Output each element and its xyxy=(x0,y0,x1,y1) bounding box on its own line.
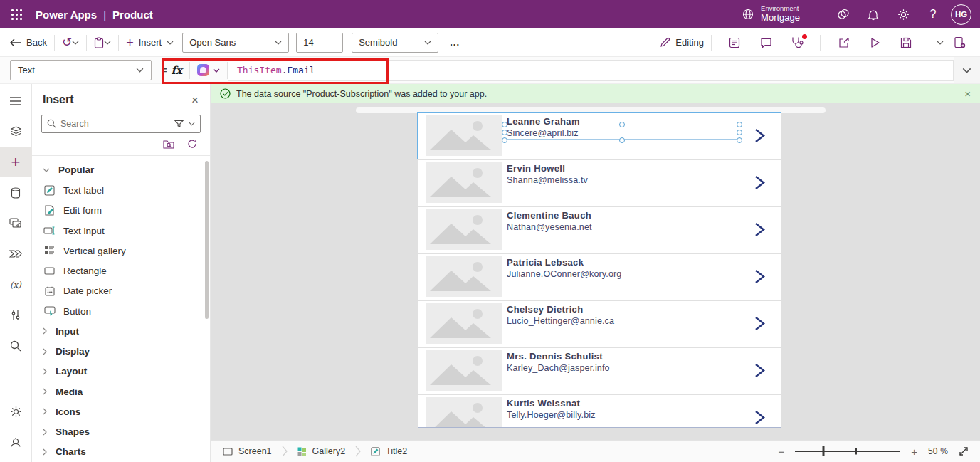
insert-item-button[interactable]: Button xyxy=(32,301,210,321)
insert-item-vertical-gallery[interactable]: Vertical gallery xyxy=(32,241,210,261)
selection-handle[interactable] xyxy=(619,137,625,143)
power-automate-icon xyxy=(9,249,22,258)
next-arrow-icon[interactable] xyxy=(754,222,765,237)
browse-components-button[interactable] xyxy=(163,139,174,149)
save-menu-button[interactable] xyxy=(937,41,944,45)
insert-item-rectangle[interactable]: Rectangle xyxy=(32,261,210,281)
rail-menu-button[interactable] xyxy=(0,85,32,116)
panel-scrollbar[interactable] xyxy=(205,161,209,319)
rail-search-button[interactable] xyxy=(0,330,32,361)
chevron-right-icon xyxy=(43,327,47,335)
gallery-row[interactable]: Clementine Bauch Nathan@yesenia.net xyxy=(418,207,781,253)
next-arrow-icon[interactable] xyxy=(754,175,765,190)
insert-search-input[interactable]: Search xyxy=(41,115,201,133)
section-media[interactable]: Media xyxy=(32,382,210,401)
next-arrow-icon[interactable] xyxy=(754,363,765,378)
filter-button[interactable] xyxy=(174,120,184,128)
rail-media-button[interactable] xyxy=(0,208,32,238)
gallery-row[interactable]: Leanne Graham Sincere@april.biz xyxy=(418,113,781,159)
undo-button[interactable]: ↺ xyxy=(62,36,72,48)
section-shapes[interactable]: Shapes xyxy=(32,422,210,442)
zoom-slider-thumb[interactable] xyxy=(823,446,825,456)
paste-button[interactable] xyxy=(94,37,104,48)
rail-virtual-agent-button[interactable] xyxy=(0,427,32,458)
insert-item-text-label[interactable]: Text label xyxy=(32,181,210,201)
gallery-row[interactable]: Mrs. Dennis Schulist Karley_Dach@jasper.… xyxy=(418,348,781,394)
app-title: Power Apps | Product xyxy=(36,9,153,21)
gallery-row[interactable]: Ervin Howell Shanna@melissa.tv xyxy=(418,160,781,206)
selection-handle[interactable] xyxy=(502,137,507,143)
editing-mode-button[interactable]: Editing xyxy=(660,37,704,48)
section-input[interactable]: Input xyxy=(32,321,210,341)
property-selector-dropdown[interactable]: Text xyxy=(10,60,152,80)
notifications-button[interactable] xyxy=(858,0,888,28)
gallery-control[interactable]: Leanne Graham Sincere@april.biz xyxy=(418,113,781,427)
back-button[interactable]: Back xyxy=(10,37,47,48)
formula-bar-expand-button[interactable] xyxy=(954,57,980,83)
section-icons[interactable]: Icons xyxy=(32,401,210,421)
refresh-button[interactable] xyxy=(187,139,197,149)
environment-picker[interactable]: Environment Mortgage xyxy=(742,5,800,23)
rail-data-button[interactable] xyxy=(0,177,32,208)
insert-menu-button[interactable]: + Insert xyxy=(126,36,174,49)
paste-menu-button[interactable] xyxy=(104,41,111,45)
preview-button[interactable] xyxy=(864,37,885,48)
waffle-menu-button[interactable] xyxy=(0,0,33,28)
insert-panel-close-button[interactable]: × xyxy=(191,94,199,106)
breadcrumb-screen1[interactable]: Screen1 xyxy=(220,446,275,456)
filter-menu-button[interactable] xyxy=(189,122,195,126)
gallery-row[interactable]: Patricia Lebsack Julianne.OConner@kory.o… xyxy=(418,254,781,300)
breadcrumb-title2[interactable]: Title2 xyxy=(368,446,410,456)
undo-menu-button[interactable] xyxy=(72,41,79,45)
section-display[interactable]: Display xyxy=(32,342,210,362)
account-avatar[interactable]: HG xyxy=(951,4,971,25)
breadcrumb-gallery2[interactable]: Gallery2 xyxy=(295,446,349,456)
selection-handle[interactable] xyxy=(502,122,507,127)
rail-settings-button[interactable] xyxy=(0,397,32,427)
popular-section-header[interactable]: Popular xyxy=(32,159,210,181)
gallery-row[interactable]: Chelsey Dietrich Lucio_Hettinger@annie.c… xyxy=(418,301,781,347)
next-arrow-icon[interactable] xyxy=(754,410,765,425)
next-arrow-icon[interactable] xyxy=(754,128,765,143)
selection-handle[interactable] xyxy=(737,130,742,135)
settings-button[interactable] xyxy=(888,0,918,28)
fit-to-window-button[interactable] xyxy=(959,446,969,456)
save-button[interactable] xyxy=(895,37,917,48)
selection-handle[interactable] xyxy=(737,122,742,127)
gallery-item-email[interactable]: Sincere@april.biz xyxy=(507,128,580,140)
publish-button[interactable] xyxy=(949,36,970,48)
font-weight-dropdown[interactable]: Semibold xyxy=(352,33,438,53)
rail-variables-button[interactable]: (x) xyxy=(0,269,32,300)
next-arrow-icon[interactable] xyxy=(754,269,765,284)
comments-button[interactable] xyxy=(755,37,776,48)
section-layout[interactable]: Layout xyxy=(32,362,210,382)
app-canvas[interactable]: Leanne Graham Sincere@april.biz xyxy=(211,103,980,440)
rail-tree-view-button[interactable] xyxy=(0,116,32,147)
app-settings-button[interactable] xyxy=(724,37,745,48)
rail-advanced-tools-button[interactable] xyxy=(0,300,32,330)
formula-copilot-button[interactable] xyxy=(190,64,227,76)
zoom-in-button[interactable]: + xyxy=(911,446,917,458)
rail-power-automate-button[interactable] xyxy=(0,238,32,269)
section-charts[interactable]: Charts xyxy=(32,442,210,462)
notification-close-button[interactable]: × xyxy=(964,88,971,99)
rail-insert-button[interactable]: + xyxy=(0,147,32,177)
selection-handle[interactable] xyxy=(619,122,625,127)
insert-item-edit-form[interactable]: Edit form xyxy=(32,201,210,221)
app-checker-button[interactable] xyxy=(786,36,808,48)
font-family-dropdown[interactable]: Open Sans xyxy=(182,33,289,53)
zoom-out-button[interactable]: − xyxy=(778,446,784,458)
gallery-row[interactable]: Kurtis Weissnat Telly.Hoeger@billy.biz xyxy=(418,395,781,427)
zoom-slider[interactable] xyxy=(795,451,900,452)
insert-item-date-picker[interactable]: Date picker xyxy=(32,281,210,301)
font-size-input[interactable]: 14 xyxy=(296,33,343,53)
copilot-button[interactable] xyxy=(828,0,858,28)
help-button[interactable]: ? xyxy=(918,0,948,28)
selection-handle[interactable] xyxy=(502,130,507,135)
more-commands-button[interactable]: ... xyxy=(450,37,460,48)
share-button[interactable] xyxy=(833,37,854,48)
formula-input[interactable]: ThisItem.Email xyxy=(228,60,954,81)
insert-item-text-input[interactable]: Text input xyxy=(32,221,210,241)
selection-handle[interactable] xyxy=(737,137,742,143)
next-arrow-icon[interactable] xyxy=(754,316,765,331)
